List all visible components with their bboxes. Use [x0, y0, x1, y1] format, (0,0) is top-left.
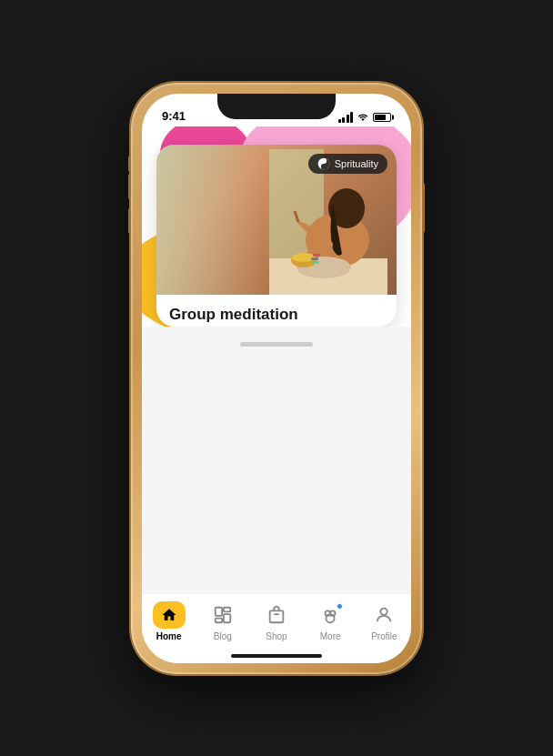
nav-profile-icon-wrap [367, 601, 400, 629]
event-card-container: Sprituality Group meditation $ Free [156, 145, 397, 327]
nav-home-active-bg [153, 601, 186, 629]
svg-rect-9 [311, 257, 318, 260]
status-time: 9:41 [162, 109, 186, 123]
svg-rect-10 [312, 261, 319, 264]
wifi-icon [357, 112, 369, 123]
nav-item-shop[interactable]: Shop [254, 601, 299, 641]
volume-down-button [128, 208, 131, 234]
category-label: Sprituality [335, 158, 378, 169]
svg-point-12 [322, 159, 325, 162]
phone-device: 9:41 [131, 83, 422, 674]
content-spacer [142, 363, 411, 593]
home-bar [231, 654, 322, 658]
nav-item-profile[interactable]: Profile [361, 601, 407, 641]
phone-screen: 9:41 [142, 94, 411, 663]
scroll-indicator [142, 327, 411, 363]
category-badge: Sprituality [308, 154, 387, 174]
svg-rect-20 [224, 614, 230, 622]
card-info: Group meditation $ Free ⏰ 7:45-9:30 [156, 295, 397, 327]
home-icon [161, 607, 177, 623]
nav-home-icon-wrap [153, 601, 186, 629]
home-indicator [142, 650, 411, 663]
svg-point-13 [322, 165, 325, 167]
nav-profile-label: Profile [371, 631, 397, 641]
svg-rect-19 [224, 607, 230, 611]
nav-blog-label: Blog [214, 631, 232, 641]
bottom-nav: Home Blog [142, 593, 411, 650]
yin-yang-icon [317, 157, 330, 170]
notch [217, 94, 336, 119]
svg-rect-8 [313, 254, 320, 257]
volume-up-button [128, 174, 131, 199]
nav-shop-icon-wrap [260, 601, 293, 629]
signal-icon [338, 112, 354, 123]
card-title: Group meditation [169, 306, 384, 324]
svg-rect-18 [216, 618, 222, 622]
card-image: Sprituality [156, 145, 397, 295]
mute-button [128, 156, 131, 172]
svg-rect-21 [270, 610, 284, 622]
nav-item-more[interactable]: More [307, 601, 353, 641]
window-light [156, 145, 266, 295]
nav-shop-label: Shop [266, 631, 287, 641]
status-icons [338, 112, 392, 123]
hero-background: Sprituality Group meditation $ Free [142, 126, 411, 327]
nav-item-blog[interactable]: Blog [200, 601, 246, 641]
nav-more-icon-wrap [314, 601, 347, 629]
event-card[interactable]: Sprituality Group meditation $ Free [156, 145, 397, 327]
nav-blog-icon-wrap [206, 601, 239, 629]
nav-item-home[interactable]: Home [146, 601, 192, 641]
nav-more-label: More [320, 631, 341, 641]
svg-rect-17 [216, 607, 222, 615]
scroll-pill [240, 342, 313, 347]
shop-icon [266, 605, 287, 625]
nav-home-label: Home [156, 631, 182, 641]
notification-dot [337, 603, 343, 610]
app-content: Sprituality Group meditation $ Free [142, 126, 411, 663]
svg-point-25 [330, 610, 336, 616]
power-button [422, 183, 425, 233]
battery-icon [373, 113, 391, 122]
blog-icon [213, 605, 233, 625]
svg-point-26 [381, 608, 387, 614]
profile-icon [374, 605, 394, 625]
